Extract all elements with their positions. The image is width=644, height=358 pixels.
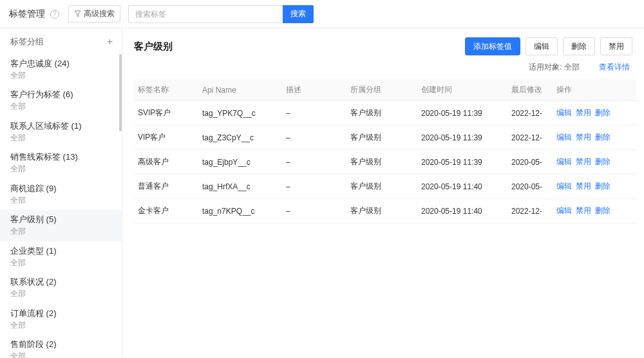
cell-created: 2020-05-19 11:40 <box>417 174 507 199</box>
cell-api: tag_Z3CpY__c <box>198 126 282 150</box>
scope-info: 适用对象: 全部 <box>529 62 580 73</box>
view-detail-link[interactable]: 查看详情 <box>599 62 630 73</box>
sidebar-item[interactable]: 订单流程 (2)全部 <box>0 304 122 335</box>
sidebar-header-label: 标签分组 <box>10 36 44 48</box>
cell-name: SVIP客户 <box>134 101 198 126</box>
col-group: 所属分组 <box>346 79 417 101</box>
sidebar-item-sub: 全部 <box>10 71 111 81</box>
cell-ops: 编辑禁用删除 <box>553 150 636 174</box>
row-edit-link[interactable]: 编辑 <box>556 182 572 191</box>
sidebar-item-sub: 全部 <box>10 258 111 268</box>
cell-name: 金卡客户 <box>134 199 198 223</box>
sidebar-item-label: 客户行为标签 (6) <box>10 90 111 100</box>
tags-table: 标签名称 Api Name 描述 所属分组 创建时间 最后修改 操作 SVIP客… <box>134 79 636 223</box>
sidebar-item-label: 订单流程 (2) <box>10 308 111 319</box>
sidebar-header: 标签分组 + <box>0 28 122 54</box>
row-delete-link[interactable]: 删除 <box>595 133 611 142</box>
cell-created: 2020-05-19 11:39 <box>417 150 507 174</box>
col-name: 标签名称 <box>134 79 198 101</box>
sidebar-item-label: 企业类型 (1) <box>10 246 111 257</box>
cell-name: 高级客户 <box>134 150 198 174</box>
row-disable-link[interactable]: 禁用 <box>576 157 591 166</box>
row-disable-link[interactable]: 禁用 <box>576 206 591 215</box>
sidebar-item-sub: 全部 <box>10 321 111 331</box>
row-disable-link[interactable]: 禁用 <box>576 133 591 142</box>
topbar: 标签管理 ? 高级搜索 搜索 <box>0 0 644 28</box>
col-created: 创建时间 <box>417 79 507 101</box>
sidebar-item[interactable]: 联系状况 (2)全部 <box>0 272 122 303</box>
content-title: 客户级别 <box>134 41 460 53</box>
cell-api: tag_n7KPQ__c <box>198 199 282 223</box>
cell-created: 2020-05-19 11:40 <box>417 199 507 223</box>
sidebar-item-label: 联系人区域标签 (1) <box>10 121 111 132</box>
advanced-search-button[interactable]: 高级搜索 <box>68 5 120 23</box>
col-ops: 操作 <box>553 79 636 101</box>
advanced-search-label: 高级搜索 <box>84 8 115 19</box>
table-row: 高级客户tag_EjbpY__c–客户级别2020-05-19 11:39202… <box>134 150 636 174</box>
sidebar-item[interactable]: 联系人区域标签 (1)全部 <box>0 117 122 147</box>
sidebar-item-sub: 全部 <box>10 352 111 358</box>
search-box: 搜索 <box>128 5 314 23</box>
col-api: Api Name <box>198 79 282 101</box>
cell-group: 客户级别 <box>346 150 417 174</box>
scope-label: 适用对象: <box>529 62 562 71</box>
sidebar-item[interactable]: 售前阶段 (2)全部 <box>0 335 122 358</box>
cell-modified: 2022-12- <box>507 101 553 126</box>
cell-modified: 2022-12- <box>507 126 553 150</box>
sidebar-item[interactable]: 商机追踪 (9)全部 <box>0 179 122 210</box>
search-button[interactable]: 搜索 <box>283 5 314 23</box>
sidebar-item-sub: 全部 <box>10 196 111 206</box>
cell-desc: – <box>282 174 346 199</box>
cell-ops: 编辑禁用删除 <box>553 101 636 126</box>
sidebar-item-label: 商机追踪 (9) <box>10 184 111 194</box>
add-tag-value-button[interactable]: 添加标签值 <box>465 37 520 55</box>
cell-desc: – <box>282 101 346 126</box>
cell-api: tag_EjbpY__c <box>198 150 282 174</box>
sidebar-item[interactable]: 客户忠诚度 (24)全部 <box>0 54 122 85</box>
cell-group: 客户级别 <box>346 174 417 199</box>
row-disable-link[interactable]: 禁用 <box>576 182 591 191</box>
sidebar-item[interactable]: 客户行为标签 (6)全部 <box>0 85 122 116</box>
scope-value: 全部 <box>564 62 580 71</box>
row-delete-link[interactable]: 删除 <box>595 206 611 215</box>
subheader: 适用对象: 全部 查看详情 <box>134 62 632 73</box>
cell-group: 客户级别 <box>346 126 417 150</box>
main-content: 客户级别 添加标签值 编辑 删除 禁用 适用对象: 全部 查看详情 标签名称 A… <box>122 28 644 358</box>
search-input[interactable] <box>128 5 283 23</box>
row-disable-link[interactable]: 禁用 <box>576 108 591 117</box>
content-header: 客户级别 添加标签值 编辑 删除 禁用 <box>134 37 632 55</box>
delete-button[interactable]: 删除 <box>563 37 595 55</box>
sidebar-item-sub: 全部 <box>10 133 111 144</box>
cell-modified: 2020-05- <box>507 174 553 199</box>
sidebar-item-label: 客户忠诚度 (24) <box>10 59 111 70</box>
row-delete-link[interactable]: 删除 <box>595 108 611 117</box>
cell-modified: 2022-12- <box>507 199 553 223</box>
sidebar-item[interactable]: 企业类型 (1)全部 <box>0 241 122 272</box>
cell-created: 2020-05-19 11:39 <box>417 126 507 150</box>
cell-name: VIP客户 <box>134 126 198 150</box>
row-delete-link[interactable]: 删除 <box>595 157 611 166</box>
add-group-icon[interactable]: + <box>107 36 113 48</box>
sidebar-item-label: 客户级别 (5) <box>10 214 111 225</box>
edit-button[interactable]: 编辑 <box>526 37 558 55</box>
cell-modified: 2020-05- <box>507 150 553 174</box>
table-header-row: 标签名称 Api Name 描述 所属分组 创建时间 最后修改 操作 <box>134 79 636 101</box>
sidebar-item[interactable]: 客户级别 (5)全部 <box>0 210 122 241</box>
row-edit-link[interactable]: 编辑 <box>556 133 572 142</box>
table-row: SVIP客户tag_YPK7Q__c–客户级别2020-05-19 11:392… <box>134 101 636 126</box>
sidebar-item-sub: 全部 <box>10 164 111 174</box>
disable-button[interactable]: 禁用 <box>600 37 632 55</box>
scrollbar-thumb[interactable] <box>119 54 122 131</box>
filter-icon <box>74 10 81 17</box>
row-edit-link[interactable]: 编辑 <box>556 108 572 117</box>
sidebar-item-label: 售前阶段 (2) <box>10 339 111 350</box>
sidebar-item[interactable]: 销售线索标签 (13)全部 <box>0 147 122 178</box>
sidebar-item-sub: 全部 <box>10 227 111 237</box>
row-edit-link[interactable]: 编辑 <box>556 206 572 215</box>
help-icon[interactable]: ? <box>50 10 59 19</box>
row-edit-link[interactable]: 编辑 <box>556 157 572 166</box>
sidebar-item-label: 联系状况 (2) <box>10 277 111 288</box>
cell-group: 客户级别 <box>346 101 417 126</box>
row-delete-link[interactable]: 删除 <box>595 182 611 191</box>
table-row: 金卡客户tag_n7KPQ__c–客户级别2020-05-19 11:40202… <box>134 199 636 223</box>
